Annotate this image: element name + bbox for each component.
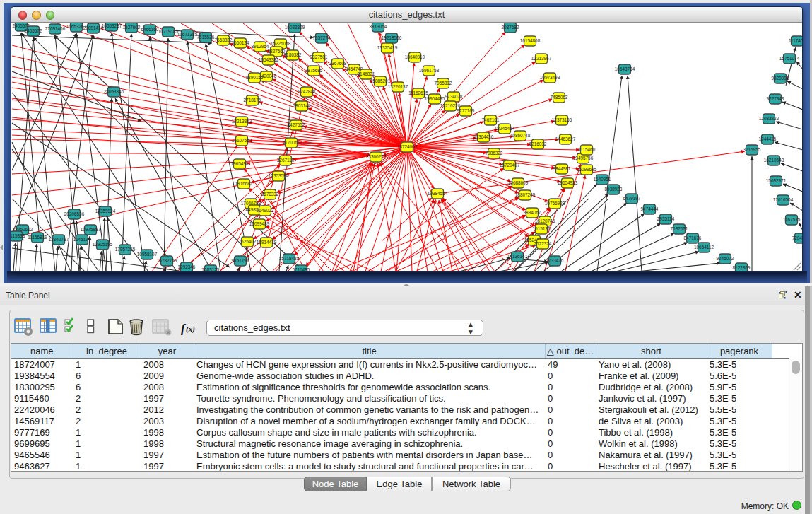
svg-text:2405572: 2405572 [25,28,42,33]
svg-text:12373155: 12373155 [552,117,572,122]
svg-text:7955812: 7955812 [435,81,452,86]
svg-text:16782759: 16782759 [157,258,177,263]
svg-text:27691406: 27691406 [45,26,66,31]
svg-text:18245454: 18245454 [495,126,515,131]
svg-text:8186382: 8186382 [284,52,302,57]
svg-text:10973493: 10973493 [540,75,560,80]
svg-text:2718176: 2718176 [244,98,261,103]
svg-text:23300273: 23300273 [366,154,387,159]
svg-text:1640951: 1640951 [594,177,611,182]
svg-text:18724007: 18724007 [397,144,418,149]
svg-text:8471676: 8471676 [684,235,702,240]
svg-text:12905195: 12905195 [93,242,113,247]
svg-text:10553287: 10553287 [102,23,122,28]
svg-text:8678332: 8678332 [261,192,279,197]
svg-text:1167535: 1167535 [783,217,801,222]
svg-text:18807249: 18807249 [515,192,536,197]
svg-text:9227343: 9227343 [767,96,784,101]
svg-text:16107552: 16107552 [232,138,252,143]
svg-text:10719185: 10719185 [158,29,179,34]
svg-text:2087682: 2087682 [502,25,519,30]
svg-text:16914479: 16914479 [257,240,277,245]
svg-text:10958107: 10958107 [137,252,158,257]
svg-text:9115460: 9115460 [578,147,596,152]
svg-text:19904485: 19904485 [425,96,445,101]
svg-text:17359924: 17359924 [95,209,116,214]
svg-text:16961758: 16961758 [419,68,440,73]
svg-text:20206536: 20206536 [64,211,85,216]
svg-text:9149022: 9149022 [257,208,274,213]
svg-text:16120746: 16120746 [535,218,555,223]
svg-text:8912954: 8912954 [252,44,269,49]
svg-text:7515526: 7515526 [197,35,215,40]
svg-text:9329996: 9329996 [772,76,789,81]
svg-text:16210220: 16210220 [440,103,461,108]
svg-text:9474444: 9474444 [641,206,659,211]
svg-text:9115838: 9115838 [11,233,25,238]
svg-text:16033809: 16033809 [285,25,305,30]
svg-text:3215955: 3215955 [743,147,761,152]
svg-text:8938923: 8938923 [605,187,623,192]
svg-text:7357274: 7357274 [313,35,331,40]
svg-text:2803144: 2803144 [293,103,311,108]
svg-text:28053346: 28053346 [104,89,124,94]
svg-text:9844981: 9844981 [553,166,571,171]
svg-text:7462161: 7462161 [482,117,500,122]
svg-text:3660124: 3660124 [232,40,249,45]
svg-text:7632621: 7632621 [671,226,688,231]
svg-text:3267110: 3267110 [277,158,295,163]
svg-text:8427552: 8427552 [288,122,305,127]
svg-text:15692971: 15692971 [766,178,787,183]
svg-text:9857791: 9857791 [232,258,249,263]
svg-text:13495756: 13495756 [573,156,594,160]
svg-text:10671385: 10671385 [177,32,198,37]
svg-text:2522374: 2522374 [534,241,552,246]
svg-text:9327501: 9327501 [310,54,328,59]
svg-text:15751074: 15751074 [779,56,800,61]
svg-text:6479197: 6479197 [623,196,641,201]
svg-text:12942737: 12942737 [49,237,69,242]
svg-text:7204511: 7204511 [792,235,802,240]
svg-text:1292346: 1292346 [178,264,196,269]
svg-text:11156819: 11156819 [28,235,47,240]
svg-text:9884067: 9884067 [524,210,541,215]
svg-text:4170061: 4170061 [283,140,300,145]
svg-text:9827560: 9827560 [268,49,286,54]
svg-text:19654923: 19654923 [558,180,578,185]
svg-text:1733426: 1733426 [546,258,564,263]
svg-text:17957255: 17957255 [115,247,136,252]
svg-text:19218506: 19218506 [382,35,402,40]
svg-text:19384554: 19384554 [428,191,448,196]
svg-text:12033822: 12033822 [759,116,779,121]
svg-text:12353594: 12353594 [269,173,289,178]
svg-text:1615132: 1615132 [533,226,551,231]
svg-text:9890155: 9890155 [246,75,264,80]
svg-text:1916682: 1916682 [235,181,253,186]
svg-text:7625402: 7625402 [239,239,257,244]
svg-text:17016504: 17016504 [773,197,794,202]
svg-text:9277169: 9277169 [457,108,475,113]
svg-text:15885201: 15885201 [370,78,391,83]
svg-text:13220137: 13220137 [388,84,408,89]
svg-text:20891416: 20891416 [83,25,104,30]
svg-text:10860748: 10860748 [510,133,531,138]
svg-text:1527602: 1527602 [123,25,141,30]
svg-text:21364436: 21364436 [473,134,494,139]
svg-text:9242848: 9242848 [298,89,316,94]
svg-text:3875685: 3875685 [305,68,323,73]
svg-text:11162615: 11162615 [408,90,428,95]
svg-text:13325419: 13325419 [377,45,398,50]
svg-text:7485063: 7485063 [551,95,568,100]
svg-text:9146821: 9146821 [358,71,375,76]
svg-text:(x): (x) [186,325,195,334]
svg-text:16099695: 16099695 [577,167,597,172]
svg-text:14136141: 14136141 [507,254,528,259]
svg-text:6216012: 6216012 [529,141,547,146]
svg-text:16099489: 16099489 [249,221,270,226]
svg-text:2935114: 2935114 [657,216,675,221]
svg-text:6466160: 6466160 [141,27,159,32]
svg-text:15720407: 15720407 [500,163,520,168]
svg-text:2367608: 2367608 [329,61,347,66]
svg-text:16154808: 16154808 [520,38,541,43]
svg-text:10975887: 10975887 [81,227,101,232]
